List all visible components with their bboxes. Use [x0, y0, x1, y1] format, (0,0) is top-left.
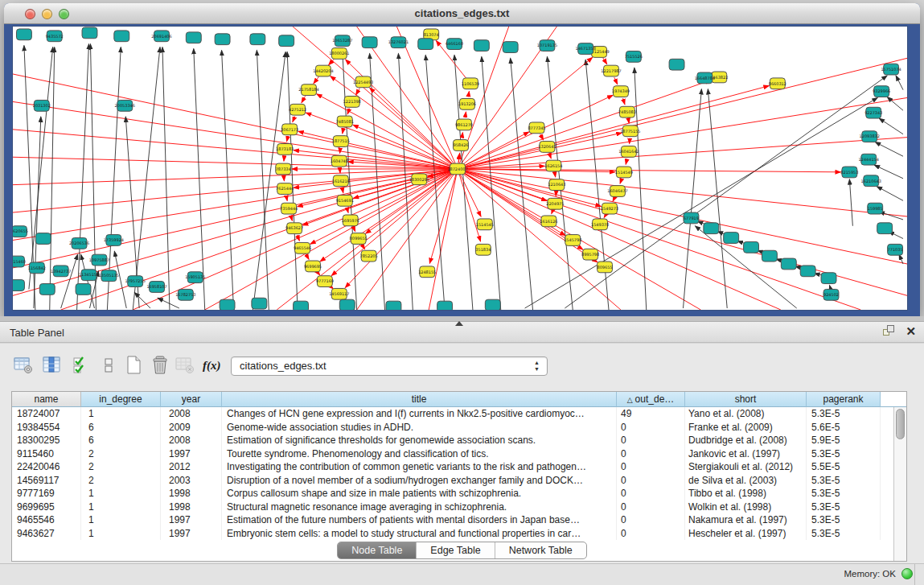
graph-node[interactable] [781, 258, 796, 270]
graph-node[interactable] [13, 280, 24, 291]
graph-node-label: 2204975 [546, 201, 564, 206]
graph-node-label: 1695976 [342, 218, 359, 223]
graph-node-label: 20691406 [151, 34, 171, 39]
graph-node[interactable] [724, 233, 739, 244]
graph-node-label: 1549273 [601, 206, 618, 211]
table-cell: 9463627 [12, 527, 81, 541]
graph-node[interactable] [386, 301, 401, 310]
graph-node[interactable] [503, 42, 518, 53]
graph-node[interactable] [362, 37, 377, 48]
table-vertical-scrollbar[interactable] [893, 407, 906, 561]
table-cell: 22420046 [12, 460, 81, 474]
graph-node[interactable] [39, 284, 55, 295]
graph-node-label: 8660312 [769, 81, 786, 86]
graph-node-label: 8777345 [528, 126, 545, 130]
graph-node[interactable] [704, 223, 719, 234]
tab-network-table[interactable]: Network Table [495, 542, 586, 558]
delete-table-icon [173, 353, 197, 379]
graph-node-label: 13942737 [51, 269, 71, 274]
scrollbar-thumb[interactable] [896, 409, 905, 439]
graph-node[interactable] [294, 301, 309, 310]
table-settings-icon[interactable] [11, 353, 35, 379]
graph-node[interactable] [762, 250, 777, 262]
table-selector-dropdown[interactable]: citations_edges.txt ▲▼ [231, 356, 548, 376]
tab-edge-table[interactable]: Edge Table [416, 542, 494, 558]
graph-node[interactable] [877, 223, 893, 234]
table-row[interactable]: 969969511998Structural magnetic resonanc… [12, 501, 893, 514]
tab-node-table[interactable]: Node Table [338, 542, 416, 558]
table-row[interactable]: 2242004622012Investigating the contribut… [12, 460, 893, 474]
table-row[interactable]: 911546021997Tourette syndrome. Phenomeno… [12, 447, 893, 461]
column-header-out_de[interactable]: △out_de… [617, 392, 685, 407]
table-cell: 9465546 [12, 513, 81, 527]
graph-node-label: 1604748 [331, 159, 348, 163]
sort-asc-icon: △ [627, 396, 633, 404]
column-header-pagerank[interactable]: pagerank [807, 392, 881, 407]
graph-node-label: 12093832 [860, 134, 880, 138]
graph-node[interactable] [474, 40, 489, 51]
graph-node[interactable] [821, 273, 836, 284]
table-row[interactable]: 1830029562008Estimation of significance … [12, 434, 893, 447]
graph-node[interactable] [485, 299, 500, 310]
graph-node[interactable] [114, 31, 129, 42]
graph-node[interactable] [186, 32, 201, 43]
table-cell: Genome-wide association studies in ADHD. [222, 421, 617, 435]
window-titlebar[interactable]: citations_edges.txt [4, 3, 920, 24]
graph-node-label: 20053346 [115, 103, 135, 108]
table-cell: Yano et al. (2008) [685, 407, 807, 421]
graph-node[interactable] [669, 59, 684, 70]
minimize-window-button[interactable] [42, 9, 52, 19]
column-header-name[interactable]: name [12, 392, 81, 407]
table-cell: 2 [81, 460, 161, 474]
graph-node-label: 9699695 [304, 264, 322, 269]
table-cell: Stergiakouli et al. (2012) [685, 460, 807, 474]
column-header-year[interactable]: year [161, 392, 222, 407]
table-cell: 19384554 [12, 421, 81, 435]
column-header-short[interactable]: short [685, 392, 807, 407]
zoom-window-button[interactable] [59, 9, 69, 19]
table-row[interactable]: 1872400712008Changes of HCN gene express… [12, 407, 893, 421]
show-columns-icon[interactable] [40, 353, 64, 379]
graph-node[interactable] [215, 34, 230, 45]
select-all-icon[interactable] [70, 353, 94, 379]
table-cell: 0 [617, 527, 685, 541]
split-collapse-icon[interactable] [455, 321, 463, 326]
graph-node[interactable] [279, 35, 294, 47]
table-cell: 49 [617, 407, 685, 421]
close-window-button[interactable] [25, 9, 35, 19]
table-row[interactable]: 977716911998Corpus callosum shape and si… [12, 487, 893, 501]
network-canvas[interactable]: 1872400718000261144202042175818442752123… [12, 26, 908, 311]
delete-entries-icon[interactable] [148, 353, 172, 379]
graph-nodes: 1872400718000261144202042175818442752123… [13, 27, 903, 310]
graph-node[interactable] [76, 284, 91, 295]
graph-node[interactable] [35, 233, 51, 245]
memory-status-label: Memory: OK [844, 569, 896, 579]
graph-node[interactable] [437, 301, 453, 310]
table-row[interactable]: 946554611997Estimation of the future num… [12, 513, 893, 527]
graph-node[interactable] [250, 34, 265, 45]
graph-node[interactable] [418, 39, 433, 50]
graph-node-label: 1320645 [538, 144, 556, 149]
table-row[interactable]: 946362711997Embryonic stem cells: a mode… [12, 527, 893, 541]
table-row[interactable]: 1938455462009Genome-wide association stu… [12, 421, 893, 435]
column-header-in_degree[interactable]: in_degree [81, 392, 161, 407]
table-row[interactable]: 1456911722003Disruption of a novel membe… [12, 474, 893, 488]
graph-node[interactable] [252, 298, 267, 309]
float-panel-icon[interactable] [883, 325, 896, 337]
graph-node[interactable] [82, 27, 97, 39]
graph-node[interactable] [744, 241, 759, 253]
close-panel-icon[interactable]: ✕ [906, 325, 916, 337]
table-header-row: namein_degreeyeartitle△out_de…shortpager… [12, 392, 906, 407]
table-cell: Estimation of the future numbers of pati… [222, 513, 617, 527]
table-cell: 2008 [161, 434, 222, 447]
network-view-frame: 1872400718000261144202042175818442752123… [4, 24, 920, 316]
graph-node[interactable] [800, 266, 815, 277]
function-builder-icon[interactable]: f(x) [200, 353, 224, 379]
graph-node[interactable] [220, 299, 235, 310]
memory-ok-indicator[interactable] [901, 568, 913, 579]
graph-node[interactable] [16, 29, 31, 40]
new-table-icon[interactable] [121, 353, 146, 379]
graph-node[interactable] [339, 299, 355, 310]
rows-icon[interactable] [97, 353, 121, 379]
column-header-title[interactable]: title [222, 392, 617, 407]
